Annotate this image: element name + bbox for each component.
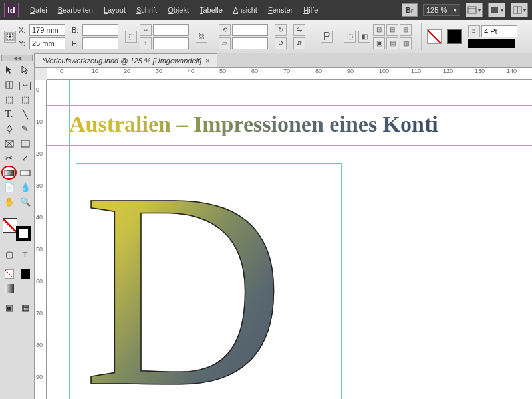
scale-y-icon[interactable]: ↕ bbox=[140, 37, 152, 49]
menu-datei[interactable]: Datei bbox=[25, 3, 52, 17]
pencil-tool[interactable]: ✎ bbox=[17, 122, 33, 136]
guide-horizontal[interactable] bbox=[47, 105, 532, 106]
menu-layout[interactable]: Layout bbox=[99, 3, 130, 17]
menu-tabelle[interactable]: Tabelle bbox=[195, 3, 227, 17]
zoom-tool[interactable]: 🔍 bbox=[17, 195, 33, 209]
fit-frame-icon[interactable]: ⊟ bbox=[386, 24, 398, 36]
headline-text[interactable]: Australien – Impressionen eines Konti bbox=[69, 112, 438, 137]
fill-color-icon[interactable] bbox=[3, 218, 17, 233]
svg-rect-3 bbox=[513, 7, 517, 13]
menu-bearbeiten[interactable]: Bearbeiten bbox=[53, 3, 98, 17]
reference-point-icon[interactable] bbox=[4, 31, 16, 43]
note-tool[interactable]: 📄 bbox=[1, 180, 17, 194]
zoom-dropdown[interactable]: 125 % bbox=[423, 4, 460, 16]
close-icon[interactable]: × bbox=[205, 57, 209, 65]
stroke-weight-input[interactable] bbox=[481, 25, 517, 37]
apply-gradient-icon[interactable] bbox=[1, 281, 17, 295]
preview-view-icon[interactable]: ▦ bbox=[17, 301, 33, 315]
screen-mode-icon[interactable] bbox=[488, 3, 505, 17]
type-tool[interactable]: T. bbox=[1, 107, 17, 121]
select-container-icon[interactable]: ⬚ bbox=[344, 31, 356, 43]
fill-stroke-control[interactable] bbox=[1, 217, 32, 242]
center-content-icon[interactable]: ⊞ bbox=[400, 24, 412, 36]
bridge-button[interactable]: Br bbox=[402, 3, 418, 17]
normal-view-icon[interactable]: ▣ bbox=[1, 301, 17, 315]
view-options-icon[interactable] bbox=[466, 3, 483, 17]
horizontal-ruler[interactable]: 0102030405060708090100110120130140150 bbox=[47, 68, 532, 80]
shear-input[interactable] bbox=[232, 37, 268, 49]
gradient-swatch-tool[interactable] bbox=[1, 166, 17, 180]
rotate-input[interactable] bbox=[232, 24, 268, 36]
gap-tool[interactable]: |↔| bbox=[17, 78, 33, 92]
fit-prop-icon[interactable]: ▤ bbox=[386, 37, 398, 49]
apply-color-icon[interactable] bbox=[17, 267, 33, 281]
arrange-icon[interactable] bbox=[511, 3, 528, 17]
svg-point-14 bbox=[12, 39, 13, 40]
auto-fit-icon[interactable]: ▥ bbox=[400, 37, 412, 49]
svg-point-7 bbox=[9, 33, 11, 35]
select-content-icon[interactable]: ◧ bbox=[358, 31, 370, 43]
pen-tool[interactable] bbox=[1, 122, 17, 136]
menu-fenster[interactable]: Fenster bbox=[263, 3, 297, 17]
free-transform-tool[interactable]: ⤢ bbox=[17, 151, 33, 165]
scale-y-input[interactable] bbox=[153, 37, 189, 49]
rectangle-frame-tool[interactable] bbox=[1, 136, 17, 150]
app-logo: Id bbox=[4, 3, 19, 17]
document-tabs: *Verlaufswerkzeug.indd @ 125 % [Umgewand… bbox=[35, 53, 532, 68]
w-input[interactable] bbox=[82, 24, 118, 36]
scale-x-input[interactable] bbox=[153, 24, 189, 36]
fill-swatch[interactable] bbox=[427, 29, 442, 44]
x-label: X: bbox=[19, 26, 28, 34]
rotate-icon[interactable]: ⟲ bbox=[219, 24, 231, 36]
w-label: B: bbox=[72, 26, 81, 34]
eyedropper-tool[interactable]: 💧 bbox=[17, 180, 33, 194]
toolbox-collapse[interactable]: ◀◀ bbox=[1, 55, 33, 61]
text-frame[interactable]: D bbox=[76, 163, 342, 399]
menu-schrift[interactable]: Schrift bbox=[132, 3, 162, 17]
gradient-feather-tool[interactable] bbox=[17, 166, 33, 180]
paragraph-icon[interactable]: P bbox=[321, 31, 332, 43]
svg-rect-0 bbox=[468, 7, 476, 13]
flip-v-icon[interactable]: ⇵ bbox=[293, 37, 305, 49]
x-input[interactable] bbox=[29, 24, 65, 36]
scale-x-icon[interactable]: ↔ bbox=[140, 24, 152, 36]
menu-hilfe[interactable]: Hilfe bbox=[299, 3, 323, 17]
h-input[interactable] bbox=[82, 37, 118, 49]
toolbox: ◀◀ |↔| ⬚ ⬚ T. ╲ ✎ ✂ ⤢ 📄 💧 ✋ 🔍 ▢ T ▣ bbox=[0, 53, 35, 399]
menu-objekt[interactable]: Objekt bbox=[163, 3, 194, 17]
dropcap-letter[interactable]: D bbox=[83, 150, 285, 399]
apply-none-icon[interactable] bbox=[1, 267, 17, 281]
rectangle-tool[interactable] bbox=[17, 136, 33, 150]
page-tool[interactable] bbox=[1, 78, 17, 92]
document-tab[interactable]: *Verlaufswerkzeug.indd @ 125 % [Umgewand… bbox=[35, 53, 217, 67]
stroke-style-dropdown[interactable] bbox=[468, 39, 515, 48]
direct-selection-tool[interactable] bbox=[17, 63, 33, 77]
menu-ansicht[interactable]: Ansicht bbox=[229, 3, 262, 17]
content-collector-tool[interactable]: ⬚ bbox=[1, 92, 17, 106]
flip-h-icon[interactable]: ⇋ bbox=[293, 24, 305, 36]
svg-point-12 bbox=[7, 39, 8, 40]
constrain-icon[interactable]: ⬚ bbox=[125, 31, 137, 43]
stroke-swatch[interactable] bbox=[447, 29, 462, 44]
stroke-color-icon[interactable] bbox=[16, 226, 31, 241]
svg-rect-4 bbox=[517, 7, 521, 13]
line-tool[interactable]: ╲ bbox=[17, 107, 33, 121]
vertical-ruler[interactable]: 0102030405060708090 bbox=[35, 80, 47, 399]
rotate-ccw-icon[interactable]: ↺ bbox=[275, 37, 287, 49]
canvas[interactable]: Australien – Impressionen eines Konti D bbox=[47, 80, 532, 399]
hand-tool[interactable]: ✋ bbox=[1, 195, 17, 209]
rotate-cw-icon[interactable]: ↻ bbox=[275, 24, 287, 36]
apply-container-icon[interactable]: ▢ bbox=[1, 247, 17, 261]
stroke-weight-icon: ≡ bbox=[468, 25, 480, 37]
shear-icon[interactable]: ▱ bbox=[219, 37, 231, 49]
selection-tool[interactable] bbox=[1, 63, 17, 77]
scissors-tool[interactable]: ✂ bbox=[1, 151, 17, 165]
fit-content-icon[interactable]: ⊡ bbox=[373, 24, 385, 36]
content-placer-tool[interactable]: ⬚ bbox=[17, 92, 33, 106]
h-label: H: bbox=[72, 39, 81, 47]
link-icon[interactable]: ⛓ bbox=[196, 31, 207, 43]
svg-rect-20 bbox=[21, 140, 29, 147]
y-input[interactable] bbox=[29, 37, 65, 49]
apply-text-icon[interactable]: T bbox=[17, 247, 33, 261]
fill-frame-icon[interactable]: ▣ bbox=[373, 37, 385, 49]
